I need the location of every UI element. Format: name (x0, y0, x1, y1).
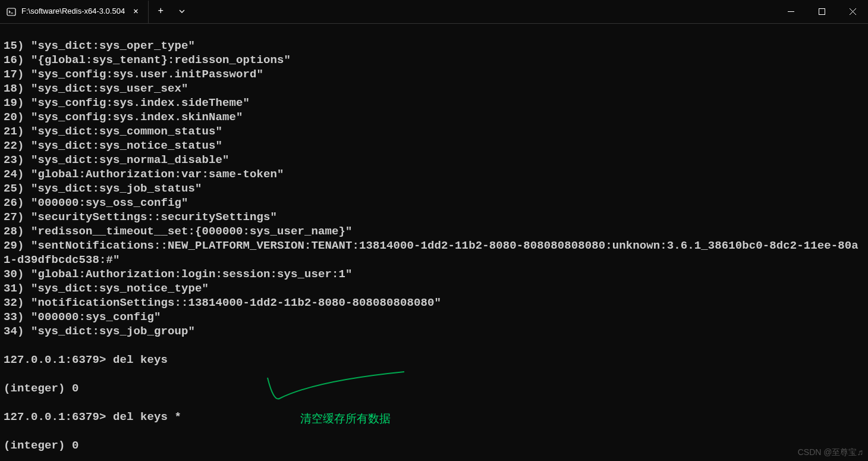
key-entry: 16) "{global:sys_tenant}:redisson_option… (4, 54, 864, 68)
command-del-keys: del keys (113, 353, 168, 366)
tab-title: F:\software\Redis-x64-3.0.504 (21, 7, 125, 16)
key-entry: 32) "notificationSettings::13814000-1dd2… (4, 296, 864, 311)
close-window-button[interactable] (837, 0, 868, 23)
key-entry: 23) "sys_dict:sys_normal_disable" (4, 153, 864, 168)
key-entry: 34) "sys_dict:sys_job_group" (4, 325, 864, 339)
key-entry: 30) "global:Authorization:login:session:… (4, 268, 864, 282)
tab-dropdown-button[interactable] (173, 8, 191, 16)
key-entry: 28) "redisson__timeout__set:{000000:sys_… (4, 225, 864, 239)
annotation-text: 清空缓存所有数据 (300, 412, 391, 426)
terminal-output[interactable]: 15) "sys_dict:sys_oper_type"16) "{global… (0, 24, 868, 461)
result-integer-0: (integer) 0 (4, 382, 864, 396)
key-entry: 31) "sys_dict:sys_notice_type" (4, 282, 864, 296)
prompt: 127.0.0.1:6379> (4, 353, 106, 366)
prompt: 127.0.0.1:6379> (4, 410, 106, 424)
watermark-text: CSDN @至尊宝♬ (798, 447, 863, 458)
key-entry: 20) "sys_config:sys.index.skinName" (4, 111, 864, 125)
key-entry: 33) "000000:sys_config" (4, 311, 864, 325)
maximize-button[interactable] (806, 0, 837, 23)
new-tab-button[interactable]: + (149, 5, 174, 17)
keys-list-output: 15) "sys_dict:sys_oper_type"16) "{global… (4, 39, 864, 339)
svg-rect-0 (7, 8, 15, 15)
terminal-icon (6, 7, 17, 17)
key-entry: 18) "sys_dict:sys_user_sex" (4, 82, 864, 96)
svg-rect-2 (819, 9, 825, 15)
result-integer-0: (integer) 0 (4, 439, 864, 453)
tab-close-button[interactable]: ✕ (130, 5, 141, 18)
key-entry: 21) "sys_dict:sys_common_status" (4, 125, 864, 139)
key-entry: 22) "sys_dict:sys_notice_status" (4, 139, 864, 153)
key-entry: 17) "sys_config:sys.user.initPassword" (4, 68, 864, 82)
key-entry: 15) "sys_dict:sys_oper_type" (4, 39, 864, 54)
key-entry: 27) "securitySettings::securitySettings" (4, 211, 864, 225)
window-controls (775, 0, 868, 23)
key-entry: 19) "sys_config:sys.index.sideTheme" (4, 96, 864, 111)
key-entry: 26) "000000:sys_oss_config" (4, 196, 864, 211)
command-del-keys-star: del keys * (113, 410, 181, 424)
key-entry: 29) "sentNotifications::NEW_PLATFORM_VER… (4, 239, 864, 268)
key-entry: 25) "sys_dict:sys_job_status" (4, 182, 864, 196)
titlebar: F:\software\Redis-x64-3.0.504 ✕ + (0, 0, 868, 24)
checkmark-annotation-icon (262, 369, 410, 416)
active-tab[interactable]: F:\software\Redis-x64-3.0.504 ✕ (0, 1, 149, 23)
key-entry: 24) "global:Authorization:var:same-token… (4, 168, 864, 182)
minimize-button[interactable] (775, 0, 806, 23)
